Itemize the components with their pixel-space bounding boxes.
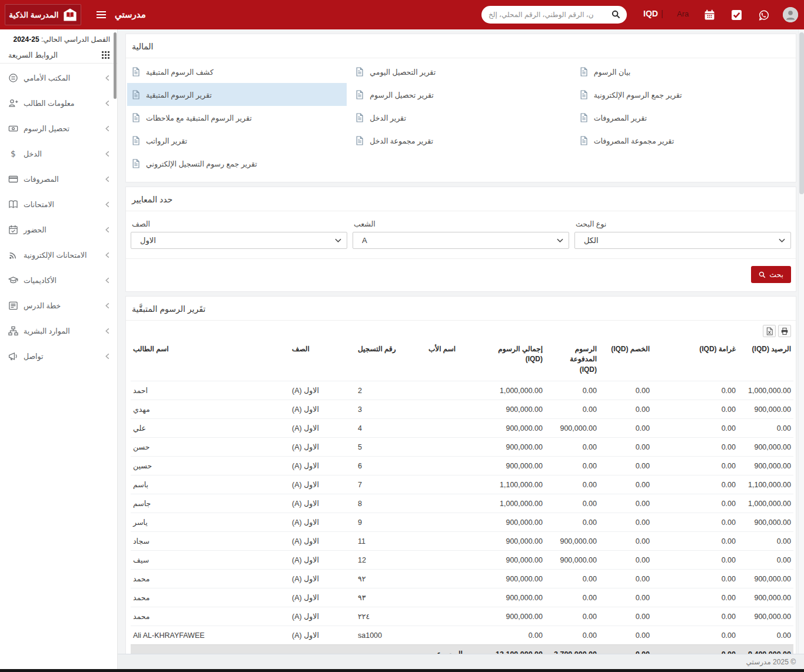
table-cell: محمد <box>131 570 290 588</box>
table-cell: 900,000.00 <box>545 419 599 438</box>
finance-link[interactable]: كشف الرسوم المتبقية <box>127 60 347 83</box>
sidebar-item[interactable]: معلومات الطالب <box>0 91 117 116</box>
sidebar-item[interactable]: الامتحانات الإلكترونية <box>0 242 117 268</box>
column-header: الرسوم المدفوعة(IQD) <box>545 340 599 381</box>
finance-link[interactable]: تقرير مجموعة المصروفات <box>575 129 795 152</box>
table-cell: الاول (A) <box>290 381 356 400</box>
search-input[interactable] <box>489 6 603 23</box>
table-cell: 1,000,000.00 <box>738 381 793 400</box>
table-row: مهديالاول (A)3900,000.000.000.000.00900,… <box>131 400 793 419</box>
income-icon: $ <box>8 149 18 159</box>
document-icon <box>132 113 140 122</box>
finance-link[interactable]: تقرير الرواتب <box>127 129 347 152</box>
communication-icon <box>8 351 18 361</box>
column-header: الخصم (IQD) <box>599 340 652 381</box>
excel-export-icon[interactable] <box>763 325 776 337</box>
table-cell: 900,000.00 <box>465 570 545 588</box>
language-label[interactable]: Ara <box>677 9 689 18</box>
table-cell: 0.00 <box>599 381 652 400</box>
finance-link[interactable]: تقرير تحصيل الرسوم <box>351 83 570 106</box>
table-cell: الاول (A) <box>290 607 356 626</box>
table-cell: 11 <box>356 532 426 551</box>
table-cell: 900,000.00 <box>738 570 793 588</box>
finance-link[interactable]: تقرير جمع رسوم التسجيل الإلكتروني <box>127 152 347 175</box>
table-cell: 0.00 <box>652 607 738 626</box>
tasks-check-icon[interactable] <box>731 9 742 21</box>
table-cell: 9 <box>356 513 426 532</box>
table-cell: 0.00 <box>599 626 652 645</box>
column-header: الرصيد (IQD) <box>738 340 793 381</box>
table-cell: الاول (A) <box>290 457 356 475</box>
table-row: Ali AL-KHRAYFAWEEالاول (A)sa10000.000.00… <box>131 626 793 645</box>
page-scrollbar[interactable] <box>798 29 804 669</box>
class-select[interactable]: الاول <box>131 232 347 249</box>
sidebar-item-label: الدخل <box>24 149 104 158</box>
finance-link[interactable]: تقرير مجموعة الدخل <box>351 129 570 152</box>
sidebar-item[interactable]: تحصيل الرسوم <box>0 116 117 141</box>
finance-link-active[interactable]: تقرير الرسوم المتبقية <box>127 83 347 106</box>
finance-link[interactable]: تقرير المصروفات <box>575 106 795 129</box>
sidebar-item[interactable]: الموارد البشرية <box>0 318 117 344</box>
sidebar-item[interactable]: الأكاديميات <box>0 268 117 293</box>
quick-links[interactable]: الروابط السريعة <box>0 47 117 64</box>
table-cell: 900,000.00 <box>465 513 545 532</box>
whatsapp-icon[interactable] <box>758 9 770 21</box>
sidebar-item[interactable]: المصروفات <box>0 167 117 192</box>
table-cell: 0.00 <box>652 626 738 645</box>
table-cell: sa1000 <box>356 626 426 645</box>
table-row: محمدالاول (A)٢٢٤900,000.000.000.000.0090… <box>131 607 793 626</box>
svg-text:$: $ <box>11 149 16 158</box>
page-scrollbar-thumb[interactable] <box>799 32 804 194</box>
sidebar-item[interactable]: خطة الدرس <box>0 293 117 318</box>
table-cell: علي <box>131 419 290 438</box>
finance-link[interactable]: تقرير الدخل <box>351 106 570 129</box>
table-row: حسنالاول (A)5900,000.000.000.000.00900,0… <box>131 438 793 457</box>
finance-link[interactable]: تقرير جمع الرسوم الإلكترونية <box>575 83 795 106</box>
table-row: سيفالاول (A)12900,000.00900,000.000.000.… <box>131 551 793 570</box>
criteria-field: نوع البحثالكل <box>574 215 791 249</box>
total-cell <box>131 645 290 654</box>
table-cell: 0.00 <box>599 588 652 607</box>
document-icon <box>356 136 364 145</box>
sidebar-item[interactable]: المكتب الأمامي <box>0 65 117 91</box>
print-icon[interactable] <box>778 325 791 337</box>
field-label: الصف <box>132 219 347 228</box>
table-cell <box>426 588 465 607</box>
sidebar-item[interactable]: الامتحانات <box>0 192 117 217</box>
search-icon[interactable] <box>612 10 620 19</box>
total-cell <box>290 645 356 654</box>
table-row: محمدالاول (A)٩٣900,000.000.000.000.00900… <box>131 588 793 607</box>
sidebar-item[interactable]: الحضور <box>0 217 117 242</box>
document-icon <box>132 159 140 168</box>
finance-link[interactable]: تقرير التحصيل اليومي <box>351 60 570 83</box>
column-header: اسم الأب <box>426 340 465 381</box>
currency-label[interactable]: IQD| <box>643 9 663 18</box>
page-footer: © 2025 مدرستي <box>118 654 804 669</box>
total-cell: 9,400,000.00 <box>738 645 793 654</box>
sidebar-scrollbar[interactable] <box>114 32 117 99</box>
table-cell: احمد <box>131 381 290 400</box>
sidebar-item[interactable]: $الدخل <box>0 141 117 167</box>
table-cell: 0.00 <box>738 626 793 645</box>
search-type-select[interactable]: الكل <box>574 232 791 249</box>
hamburger-menu-icon[interactable] <box>96 11 107 19</box>
finance-link[interactable]: تقرير الرسوم المتبقية مع ملاحظات <box>127 106 347 129</box>
finance-links-column: تقرير التحصيل اليوميتقرير تحصيل الرسومتق… <box>351 60 570 175</box>
sidebar-item[interactable]: تواصل <box>0 344 117 369</box>
table-cell: 1,100,000.00 <box>465 475 545 494</box>
calendar-icon[interactable] <box>704 9 715 21</box>
finance-link[interactable]: بيان الرسوم <box>575 60 795 83</box>
section-select[interactable]: A <box>353 232 569 249</box>
table-cell <box>426 532 465 551</box>
lesson-plan-icon <box>8 301 18 311</box>
search-button[interactable]: بحث <box>751 266 791 283</box>
sidebar-item-label: الامتحانات الإلكترونية <box>24 251 104 260</box>
table-cell: 0.00 <box>545 588 599 607</box>
table-cell: 900,000.00 <box>465 588 545 607</box>
total-cell: 2,700,000.00 <box>545 645 599 654</box>
user-avatar[interactable] <box>783 7 798 22</box>
table-cell: الاول (A) <box>290 400 356 419</box>
brand-logo-box[interactable]: المدرسة الذكية <box>5 4 81 25</box>
sidebar-item-label: الأكاديميات <box>24 276 104 285</box>
table-cell: 0.00 <box>599 532 652 551</box>
